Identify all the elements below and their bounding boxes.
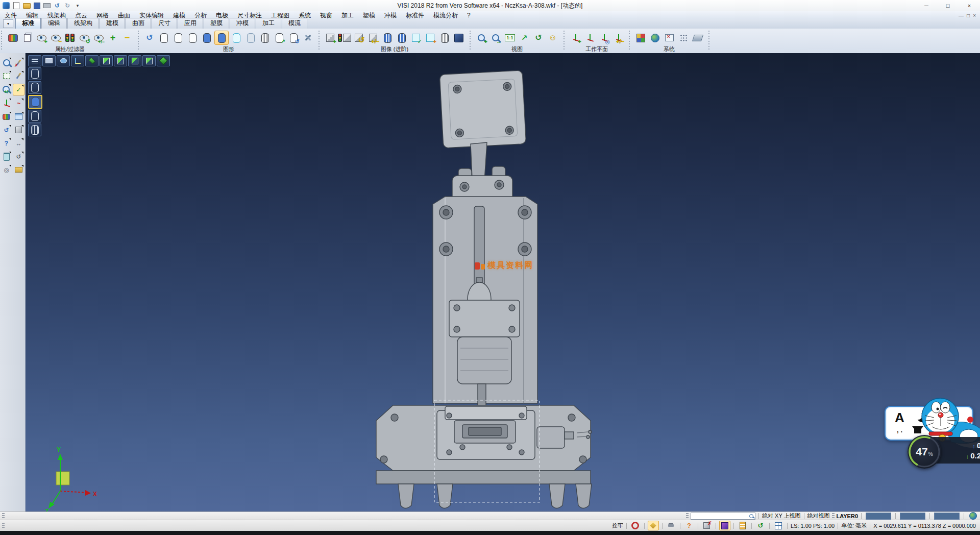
menu-window[interactable]: 视窗 xyxy=(315,11,337,20)
mdi-restore-button[interactable]: □ xyxy=(967,13,970,18)
tab-standard[interactable]: 标准 xyxy=(15,18,41,29)
show-add-icon[interactable]: + xyxy=(35,31,48,44)
scene-filter-icon[interactable] xyxy=(338,31,351,44)
scene-toggle-icon[interactable]: +/− xyxy=(366,31,380,44)
undo-icon[interactable]: ↺ xyxy=(53,2,61,10)
window-manager-icon[interactable] xyxy=(663,31,676,44)
delete-entities-icon[interactable]: ✗ xyxy=(13,57,24,68)
section-view-icon[interactable] xyxy=(381,31,394,44)
menu-die[interactable]: 冲模 xyxy=(380,11,401,20)
active-layer[interactable]: LAYER0 xyxy=(837,513,858,519)
view-back-icon[interactable] xyxy=(114,55,127,66)
view-left-icon[interactable] xyxy=(128,55,141,66)
view-front-icon[interactable] xyxy=(100,55,113,66)
rotate-view-icon[interactable]: ↺ xyxy=(532,31,545,44)
view-marquee-icon[interactable] xyxy=(42,55,56,66)
dashed-hidden-display-icon[interactable] xyxy=(186,31,199,44)
render-mode-icon[interactable]: ☺ xyxy=(546,31,559,44)
command-search-input[interactable] xyxy=(691,513,755,520)
add-to-scene-icon[interactable]: + xyxy=(324,31,337,44)
environment-icon[interactable] xyxy=(648,31,662,44)
show-all-icon[interactable]: + xyxy=(106,31,119,44)
menu-help[interactable]: ? xyxy=(462,12,475,19)
view-menu-icon[interactable] xyxy=(28,55,41,66)
color-swatch-3[interactable] xyxy=(934,513,960,520)
tagged-view-icon[interactable]: + xyxy=(424,31,437,44)
workplane-create-icon[interactable]: + xyxy=(569,31,582,44)
zoom-one-to-one-icon[interactable]: 1:1 xyxy=(503,31,517,44)
view-iso-icon[interactable] xyxy=(157,55,170,66)
tab-modeling[interactable]: 建模 xyxy=(100,18,125,29)
minimize-button[interactable]: ─ xyxy=(916,0,937,11)
tab-surface[interactable]: 曲面 xyxy=(126,18,151,29)
menu-flow-analysis[interactable]: 模流分析 xyxy=(429,11,462,20)
grid-toggle-icon[interactable] xyxy=(773,521,784,530)
model-toggle-clamp-assembly[interactable]: Y X Z xyxy=(26,53,980,512)
new-file-icon[interactable] xyxy=(12,2,20,10)
undo-back-icon[interactable]: ↺ xyxy=(13,151,24,162)
zoom-extents-icon[interactable]: + xyxy=(475,31,488,44)
zoom-window-icon[interactable]: ↔ xyxy=(489,31,502,44)
hide-all-icon[interactable]: − xyxy=(120,31,134,44)
display-mesh-icon[interactable] xyxy=(28,124,41,136)
dynamic-display-icon[interactable]: ↗ xyxy=(273,31,286,44)
print-icon[interactable] xyxy=(43,2,51,10)
snap-settings-icon[interactable] xyxy=(677,31,690,44)
sketch-pencil-icon[interactable] xyxy=(13,70,24,81)
maximize-button[interactable]: □ xyxy=(937,0,959,11)
validate-view-icon[interactable]: ✓ xyxy=(409,31,423,44)
auto-rotate-icon[interactable]: ↺ xyxy=(755,521,766,530)
display-flat-icon[interactable] xyxy=(28,110,41,123)
view-top-icon[interactable] xyxy=(85,55,99,66)
query-help-icon[interactable]: ? xyxy=(683,521,695,530)
wire-body-icon[interactable] xyxy=(438,31,451,44)
workplane-align-icon[interactable] xyxy=(583,31,596,44)
refresh-icon[interactable]: ↺ xyxy=(1,125,12,135)
display-config-icon[interactable] xyxy=(691,31,704,44)
filter-traffic-light-icon[interactable] xyxy=(63,31,77,44)
solid-snap-icon[interactable] xyxy=(719,521,730,530)
solid-cube-icon[interactable] xyxy=(13,125,24,135)
ime-punctuation-icon[interactable]: ,. xyxy=(897,426,904,434)
help-query-icon[interactable]: ? xyxy=(1,138,12,149)
magic-select-icon[interactable] xyxy=(648,521,659,530)
zoom-select-icon[interactable] xyxy=(1,57,12,68)
move-axis-icon[interactable] xyxy=(1,98,12,109)
ime-mode-letter[interactable]: A xyxy=(895,410,904,426)
tab-dropdown-icon[interactable]: ▾ xyxy=(3,19,13,28)
tab-die[interactable]: 冲模 xyxy=(230,18,255,29)
shaded-display-icon[interactable] xyxy=(200,31,213,44)
hide-remove-icon[interactable]: − xyxy=(49,31,62,44)
scene-refresh-icon[interactable]: ↺ xyxy=(352,31,365,44)
section-view-alt-icon[interactable] xyxy=(395,31,408,44)
view-lock-mode[interactable]: 绝对 XY 上视图 xyxy=(762,512,801,520)
navigate-compass-icon[interactable]: ◎ xyxy=(1,164,12,175)
tab-machining[interactable]: 加工 xyxy=(256,18,281,29)
refresh-visibility-icon[interactable]: ↺ xyxy=(78,31,91,44)
menu-machining[interactable]: 加工 xyxy=(337,11,358,20)
viewport-3d[interactable]: Y X Z 模具资料网 ↑ 0 K/s ↓ 0.2 xyxy=(26,53,980,512)
quick-access-dropdown-icon[interactable]: ▾ xyxy=(74,2,82,10)
ruler-columns-icon[interactable] xyxy=(737,521,748,530)
redo-icon[interactable]: ↺ xyxy=(63,2,71,10)
view-orbit-icon[interactable] xyxy=(57,55,70,66)
tab-application[interactable]: 应用 xyxy=(178,18,203,29)
flat-display-icon[interactable] xyxy=(244,31,257,44)
color-swatch-2[interactable] xyxy=(900,513,925,520)
view-right-icon[interactable] xyxy=(142,55,156,66)
display-shaded-icon[interactable] xyxy=(28,95,42,109)
tab-flow[interactable]: 模流 xyxy=(282,18,307,29)
tab-mould[interactable]: 塑膜 xyxy=(204,18,229,29)
workplane-edit-icon[interactable]: +/− xyxy=(611,31,625,44)
regen-graphics-icon[interactable]: ↺ xyxy=(143,31,156,44)
measure-distance-icon[interactable]: ↔ xyxy=(13,138,24,149)
solid-shade-icon[interactable] xyxy=(452,31,465,44)
mdi-minimize-button[interactable]: — xyxy=(959,13,964,18)
save-file-icon[interactable] xyxy=(33,2,41,10)
menu-standard-parts[interactable]: 标准件 xyxy=(401,11,429,20)
mesh-display-icon[interactable] xyxy=(258,31,272,44)
open-project-icon[interactable] xyxy=(13,164,24,175)
grid-window-icon[interactable] xyxy=(13,111,24,122)
record-icon[interactable] xyxy=(630,521,641,530)
memory-usage-gauge[interactable]: 47 % xyxy=(908,435,941,469)
